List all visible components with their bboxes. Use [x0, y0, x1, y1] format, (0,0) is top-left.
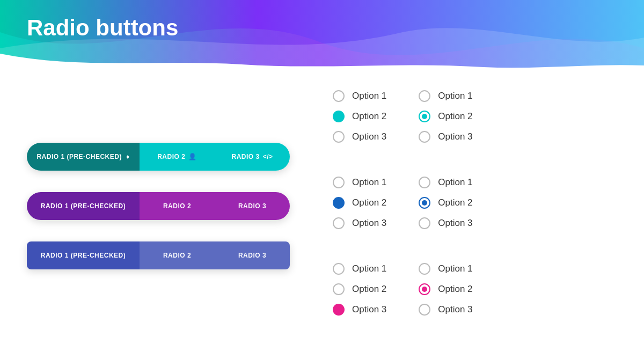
option-label: Option 2	[352, 111, 386, 122]
radio-option[interactable]: Option 1	[419, 86, 472, 106]
purple-radio-btn-2[interactable]: RADIO 2	[140, 192, 215, 220]
option-label: Option 2	[352, 284, 386, 295]
radio-circle-unchecked	[419, 90, 430, 102]
radio-circle-unchecked	[333, 177, 345, 188]
blue-radio-btn-1[interactable]: RADIO 1 (PRE-CHECKED)	[27, 241, 140, 269]
radio-option[interactable]: Option 2	[419, 279, 472, 299]
user-icon: 👤	[188, 153, 197, 160]
radio-option[interactable]: Option 2	[333, 193, 386, 213]
radio-option[interactable]: Option 2	[419, 106, 472, 127]
radio-option[interactable]: Option 1	[419, 172, 472, 193]
option-label: Option 3	[438, 218, 472, 229]
radio-option[interactable]: Option 1	[333, 172, 386, 193]
diamond-icon: ♦	[126, 153, 130, 160]
option-label: Option 3	[352, 131, 386, 142]
teal-radio-group: RADIO 1 (PRE-CHECKED) ♦ RADIO 2 👤 RADIO …	[27, 143, 290, 171]
options-section-2-right: Option 1 Option 2 Option 3	[402, 164, 488, 251]
options-section-1-right: Option 1 Option 2 Option 3	[402, 78, 488, 164]
radio-option[interactable]: Option 2	[333, 106, 386, 127]
radio-circle-unchecked	[419, 217, 430, 229]
radio-option[interactable]: Option 1	[333, 86, 386, 106]
radio-option[interactable]: Option 3	[333, 299, 386, 320]
option-label: Option 2	[352, 197, 386, 208]
radio-option[interactable]: Option 2	[419, 193, 472, 213]
radio-circle-teal-outline	[419, 111, 430, 122]
radio-option[interactable]: Option 3	[419, 127, 472, 147]
radio-circle-blue-outline	[419, 197, 430, 209]
option-label: Option 1	[438, 91, 472, 101]
radio-circle-unchecked	[333, 217, 345, 229]
teal-radio-btn-3[interactable]: RADIO 3 </>	[215, 143, 290, 171]
option-label: Option 3	[352, 218, 386, 229]
radio-circle-blue	[333, 197, 345, 209]
purple-radio-btn-1[interactable]: RADIO 1 (PRE-CHECKED)	[27, 192, 140, 220]
radio3-label: RADIO 3	[231, 153, 259, 160]
teal-radio-btn-1[interactable]: RADIO 1 (PRE-CHECKED) ♦	[27, 143, 140, 171]
radio3-label: RADIO 3	[238, 202, 266, 210]
purple-radio-group: RADIO 1 (PRE-CHECKED) RADIO 2 RADIO 3	[27, 192, 290, 220]
purple-radio-btn-3[interactable]: RADIO 3	[215, 192, 290, 220]
option-label: Option 1	[352, 177, 386, 188]
right-panel: Option 1 Option 2 Option 3 Option 1	[317, 75, 617, 337]
blue-radio-btn-2[interactable]: RADIO 2	[140, 241, 215, 269]
radio1-label: RADIO 1 (PRE-CHECKED)	[41, 202, 126, 210]
code-icon: </>	[263, 153, 273, 160]
radio-option[interactable]: Option 3	[419, 213, 472, 233]
radio-circle-unchecked	[419, 177, 430, 188]
radio-option[interactable]: Option 3	[419, 299, 472, 320]
options-section-3-right: Option 1 Option 2 Option 3	[402, 251, 488, 337]
radio-circle-pink	[333, 304, 345, 316]
options-section-2: Option 1 Option 2 Option 3 Option 1	[317, 164, 617, 251]
radio1-label: RADIO 1 (PRE-CHECKED)	[41, 252, 126, 259]
radio-circle-teal	[333, 111, 345, 122]
left-panel: RADIO 1 (PRE-CHECKED) ♦ RADIO 2 👤 RADIO …	[27, 75, 317, 337]
radio-option[interactable]: Option 1	[419, 259, 472, 279]
option-label: Option 2	[438, 111, 472, 122]
radio2-label: RADIO 2	[163, 202, 191, 210]
options-section-2-left: Option 1 Option 2 Option 3	[317, 164, 402, 251]
option-label: Option 3	[438, 131, 472, 142]
radio2-label: RADIO 2	[163, 252, 191, 259]
radio-option[interactable]: Option 1	[333, 259, 386, 279]
blue-radio-btn-3[interactable]: RADIO 3	[215, 241, 290, 269]
option-label: Option 1	[352, 91, 386, 101]
option-label: Option 2	[438, 284, 472, 295]
option-label: Option 2	[438, 197, 472, 208]
radio2-label: RADIO 2	[157, 153, 185, 160]
radio-circle-unchecked	[333, 131, 345, 143]
radio1-label: RADIO 1 (PRE-CHECKED)	[36, 153, 122, 160]
radio-circle-pink-outline	[419, 283, 430, 295]
radio-circle-unchecked	[333, 263, 345, 275]
option-label: Option 1	[438, 263, 472, 274]
radio-circle-unchecked	[419, 263, 430, 275]
option-label: Option 3	[352, 304, 386, 315]
page-title: Radio buttons	[27, 15, 178, 41]
option-label: Option 1	[352, 263, 386, 274]
options-section-3-left: Option 1 Option 2 Option 3	[317, 251, 402, 337]
radio-circle-unchecked	[419, 131, 430, 143]
options-section-1: Option 1 Option 2 Option 3 Option 1	[317, 78, 617, 164]
radio-circle-unchecked	[333, 283, 345, 295]
radio-circle-unchecked	[419, 304, 430, 316]
radio-option[interactable]: Option 2	[333, 279, 386, 299]
radio3-label: RADIO 3	[238, 252, 266, 259]
options-section-3: Option 1 Option 2 Option 3 Option 1	[317, 251, 617, 337]
option-label: Option 1	[438, 177, 472, 188]
blue-radio-group: RADIO 1 (PRE-CHECKED) RADIO 2 RADIO 3	[27, 241, 290, 269]
teal-radio-btn-2[interactable]: RADIO 2 👤	[140, 143, 215, 171]
radio-circle-unchecked	[333, 90, 345, 102]
radio-option[interactable]: Option 3	[333, 127, 386, 147]
option-label: Option 3	[438, 304, 472, 315]
options-section-1-left: Option 1 Option 2 Option 3	[317, 78, 402, 164]
radio-option[interactable]: Option 3	[333, 213, 386, 233]
